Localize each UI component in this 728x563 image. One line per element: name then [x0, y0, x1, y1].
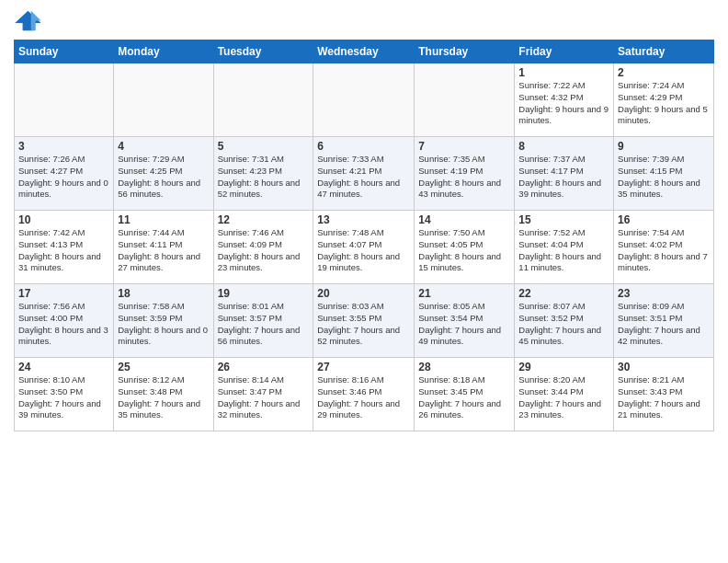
- calendar-cell: 9Sunrise: 7:39 AMSunset: 4:15 PMDaylight…: [614, 137, 714, 211]
- day-info: Sunrise: 8:01 AMSunset: 3:57 PMDaylight:…: [218, 301, 310, 348]
- calendar-cell: 27Sunrise: 8:16 AMSunset: 3:46 PMDayligh…: [313, 358, 415, 431]
- day-info: Sunrise: 7:52 AMSunset: 4:04 PMDaylight:…: [518, 227, 609, 274]
- calendar-cell: 25Sunrise: 8:12 AMSunset: 3:48 PMDayligh…: [114, 358, 213, 431]
- calendar-cell: [15, 63, 114, 137]
- calendar-cell: [114, 63, 213, 137]
- day-number: 28: [418, 361, 510, 373]
- day-info: Sunrise: 8:21 AMSunset: 3:43 PMDaylight:…: [618, 374, 710, 421]
- calendar-header-tuesday: Tuesday: [213, 40, 313, 63]
- day-info: Sunrise: 8:18 AMSunset: 3:45 PMDaylight:…: [418, 374, 510, 421]
- calendar-cell: 15Sunrise: 7:52 AMSunset: 4:04 PMDayligh…: [515, 211, 614, 284]
- day-number: 14: [418, 213, 510, 226]
- day-info: Sunrise: 8:09 AMSunset: 3:51 PMDaylight:…: [618, 301, 710, 348]
- day-number: 30: [618, 361, 710, 373]
- day-info: Sunrise: 7:42 AMSunset: 4:13 PMDaylight:…: [18, 227, 109, 274]
- day-info: Sunrise: 7:56 AMSunset: 4:00 PMDaylight:…: [18, 301, 109, 348]
- day-number: 17: [18, 287, 109, 300]
- day-number: 23: [618, 287, 710, 300]
- calendar-cell: [213, 63, 313, 137]
- day-info: Sunrise: 7:22 AMSunset: 4:32 PMDaylight:…: [518, 80, 609, 127]
- day-number: 1: [518, 66, 609, 79]
- calendar-cell: 11Sunrise: 7:44 AMSunset: 4:11 PMDayligh…: [114, 211, 213, 284]
- calendar-week-3: 10Sunrise: 7:42 AMSunset: 4:13 PMDayligh…: [15, 211, 714, 284]
- calendar-cell: 26Sunrise: 8:14 AMSunset: 3:47 PMDayligh…: [213, 358, 313, 431]
- day-info: Sunrise: 7:35 AMSunset: 4:19 PMDaylight:…: [418, 154, 510, 201]
- day-number: 22: [518, 287, 609, 300]
- day-info: Sunrise: 8:12 AMSunset: 3:48 PMDaylight:…: [118, 374, 209, 421]
- day-info: Sunrise: 7:48 AMSunset: 4:07 PMDaylight:…: [317, 227, 410, 274]
- day-number: 5: [218, 140, 310, 153]
- calendar-cell: 18Sunrise: 7:58 AMSunset: 3:59 PMDayligh…: [114, 284, 213, 358]
- day-info: Sunrise: 7:37 AMSunset: 4:17 PMDaylight:…: [518, 154, 609, 201]
- logo-icon: [14, 9, 41, 32]
- day-number: 11: [118, 213, 209, 226]
- calendar-header-sunday: Sunday: [15, 40, 114, 63]
- day-number: 25: [118, 361, 209, 373]
- calendar-header-row: SundayMondayTuesdayWednesdayThursdayFrid…: [15, 40, 714, 63]
- day-number: 19: [218, 287, 310, 300]
- day-info: Sunrise: 7:33 AMSunset: 4:21 PMDaylight:…: [317, 154, 410, 201]
- day-number: 12: [218, 213, 310, 226]
- day-info: Sunrise: 8:16 AMSunset: 3:46 PMDaylight:…: [317, 374, 410, 421]
- calendar-cell: 7Sunrise: 7:35 AMSunset: 4:19 PMDaylight…: [415, 137, 515, 211]
- day-info: Sunrise: 7:26 AMSunset: 4:27 PMDaylight:…: [18, 154, 109, 201]
- day-info: Sunrise: 7:31 AMSunset: 4:23 PMDaylight:…: [218, 154, 310, 201]
- calendar-cell: 5Sunrise: 7:31 AMSunset: 4:23 PMDaylight…: [213, 137, 313, 211]
- calendar-header-monday: Monday: [114, 40, 213, 63]
- calendar-cell: 10Sunrise: 7:42 AMSunset: 4:13 PMDayligh…: [15, 211, 114, 284]
- header: [14, 9, 714, 32]
- day-info: Sunrise: 7:24 AMSunset: 4:29 PMDaylight:…: [618, 80, 710, 127]
- calendar-cell: 8Sunrise: 7:37 AMSunset: 4:17 PMDaylight…: [515, 137, 614, 211]
- calendar-week-2: 3Sunrise: 7:26 AMSunset: 4:27 PMDaylight…: [15, 137, 714, 211]
- logo: [14, 9, 44, 32]
- day-info: Sunrise: 8:03 AMSunset: 3:55 PMDaylight:…: [317, 301, 410, 348]
- calendar-cell: 19Sunrise: 8:01 AMSunset: 3:57 PMDayligh…: [213, 284, 313, 358]
- day-info: Sunrise: 8:10 AMSunset: 3:50 PMDaylight:…: [18, 374, 109, 421]
- day-number: 3: [18, 140, 109, 153]
- calendar-week-4: 17Sunrise: 7:56 AMSunset: 4:00 PMDayligh…: [15, 284, 714, 358]
- day-info: Sunrise: 8:07 AMSunset: 3:52 PMDaylight:…: [518, 301, 609, 348]
- day-info: Sunrise: 8:20 AMSunset: 3:44 PMDaylight:…: [518, 374, 609, 421]
- calendar-cell: 21Sunrise: 8:05 AMSunset: 3:54 PMDayligh…: [415, 284, 515, 358]
- calendar-cell: 28Sunrise: 8:18 AMSunset: 3:45 PMDayligh…: [415, 358, 515, 431]
- day-info: Sunrise: 7:58 AMSunset: 3:59 PMDaylight:…: [118, 301, 209, 348]
- day-number: 15: [518, 213, 609, 226]
- calendar-cell: [313, 63, 415, 137]
- calendar-cell: 12Sunrise: 7:46 AMSunset: 4:09 PMDayligh…: [213, 211, 313, 284]
- day-info: Sunrise: 7:44 AMSunset: 4:11 PMDaylight:…: [118, 227, 209, 274]
- calendar-cell: 29Sunrise: 8:20 AMSunset: 3:44 PMDayligh…: [515, 358, 614, 431]
- calendar-cell: 20Sunrise: 8:03 AMSunset: 3:55 PMDayligh…: [313, 284, 415, 358]
- calendar-cell: 22Sunrise: 8:07 AMSunset: 3:52 PMDayligh…: [515, 284, 614, 358]
- day-number: 21: [418, 287, 510, 300]
- calendar-week-5: 24Sunrise: 8:10 AMSunset: 3:50 PMDayligh…: [15, 358, 714, 431]
- day-number: 2: [618, 66, 710, 79]
- day-number: 27: [317, 361, 410, 373]
- calendar-cell: 2Sunrise: 7:24 AMSunset: 4:29 PMDaylight…: [614, 63, 714, 137]
- calendar-header-friday: Friday: [515, 40, 614, 63]
- calendar-cell: 16Sunrise: 7:54 AMSunset: 4:02 PMDayligh…: [614, 211, 714, 284]
- calendar-cell: 14Sunrise: 7:50 AMSunset: 4:05 PMDayligh…: [415, 211, 515, 284]
- day-number: 9: [618, 140, 710, 153]
- day-info: Sunrise: 8:14 AMSunset: 3:47 PMDaylight:…: [218, 374, 310, 421]
- day-number: 6: [317, 140, 410, 153]
- page: SundayMondayTuesdayWednesdayThursdayFrid…: [0, 0, 728, 563]
- day-number: 24: [18, 361, 109, 373]
- calendar-header-saturday: Saturday: [614, 40, 714, 63]
- calendar-cell: 13Sunrise: 7:48 AMSunset: 4:07 PMDayligh…: [313, 211, 415, 284]
- calendar-cell: 6Sunrise: 7:33 AMSunset: 4:21 PMDaylight…: [313, 137, 415, 211]
- day-info: Sunrise: 7:54 AMSunset: 4:02 PMDaylight:…: [618, 227, 710, 274]
- calendar-cell: 1Sunrise: 7:22 AMSunset: 4:32 PMDaylight…: [515, 63, 614, 137]
- calendar-cell: 30Sunrise: 8:21 AMSunset: 3:43 PMDayligh…: [614, 358, 714, 431]
- day-number: 26: [218, 361, 310, 373]
- day-info: Sunrise: 7:39 AMSunset: 4:15 PMDaylight:…: [618, 154, 710, 201]
- calendar-header-thursday: Thursday: [415, 40, 515, 63]
- day-info: Sunrise: 7:29 AMSunset: 4:25 PMDaylight:…: [118, 154, 209, 201]
- day-number: 18: [118, 287, 209, 300]
- day-number: 20: [317, 287, 410, 300]
- calendar-cell: 23Sunrise: 8:09 AMSunset: 3:51 PMDayligh…: [614, 284, 714, 358]
- day-number: 13: [317, 213, 410, 226]
- calendar: SundayMondayTuesdayWednesdayThursdayFrid…: [14, 40, 714, 431]
- day-number: 16: [618, 213, 710, 226]
- day-number: 4: [118, 140, 209, 153]
- day-number: 7: [418, 140, 510, 153]
